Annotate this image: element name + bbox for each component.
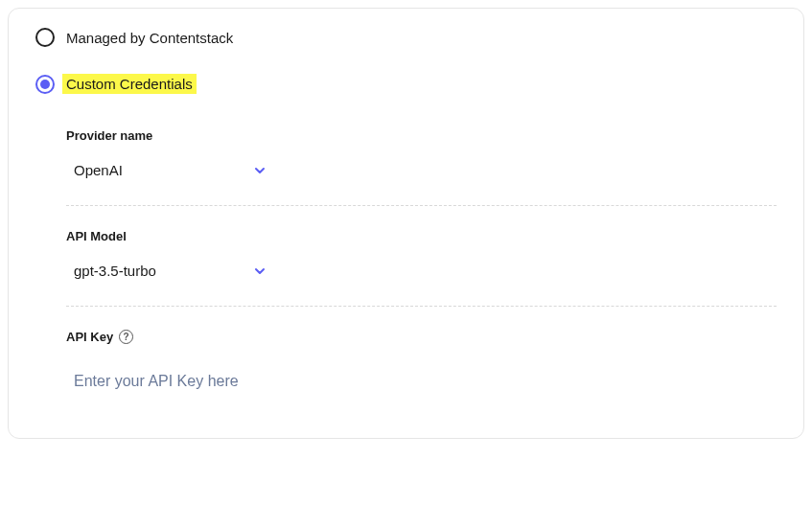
radio-selected-icon [35, 75, 55, 94]
help-icon[interactable]: ? [119, 330, 133, 344]
api-key-label-row: API Key ? [66, 330, 777, 344]
api-key-field: API Key ? [66, 307, 777, 400]
provider-label: Provider name [66, 128, 777, 143]
chevron-down-icon [252, 264, 267, 279]
api-model-select[interactable]: gpt-3.5-turbo [66, 263, 267, 279]
radio-managed-label: Managed by Contentstack [66, 30, 233, 46]
api-model-value: gpt-3.5-turbo [74, 263, 156, 279]
api-model-label: API Model [66, 229, 777, 243]
radio-custom-label: Custom Credentials [62, 74, 197, 94]
api-key-input[interactable] [66, 363, 777, 400]
radio-selected-dot [40, 80, 50, 89]
provider-field: Provider name OpenAI [66, 121, 777, 205]
provider-value: OpenAI [74, 162, 123, 178]
api-model-field: API Model gpt-3.5-turbo [66, 206, 777, 306]
custom-credentials-form: Provider name OpenAI API Model gpt-3.5-t… [35, 121, 777, 400]
radio-managed-by-contentstack[interactable]: Managed by Contentstack [35, 28, 777, 47]
chevron-down-icon [252, 163, 267, 178]
radio-unselected-icon [35, 28, 55, 47]
api-key-label: API Key [66, 330, 113, 344]
provider-select[interactable]: OpenAI [66, 162, 267, 178]
radio-custom-credentials[interactable]: Custom Credentials [35, 74, 777, 94]
credentials-card: Managed by Contentstack Custom Credentia… [8, 8, 804, 439]
